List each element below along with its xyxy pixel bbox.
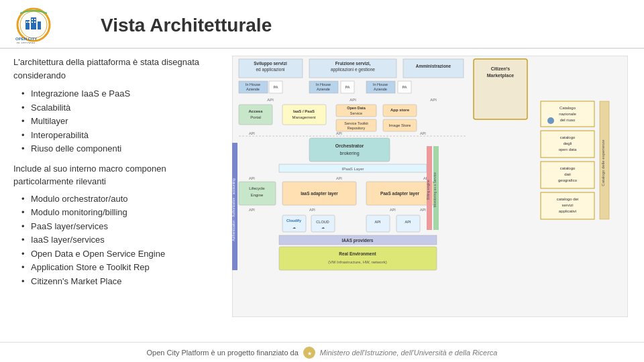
svg-text:API: API xyxy=(375,220,381,224)
svg-rect-8 xyxy=(32,19,33,20)
svg-text:servizi: servizi xyxy=(561,203,573,207)
svg-text:Aziende: Aziende xyxy=(374,87,387,91)
svg-text:API: API xyxy=(430,98,437,102)
footer: Open City Platform è un progetto finanzi… xyxy=(0,342,644,362)
svg-text:catalogo dei: catalogo dei xyxy=(557,197,578,201)
svg-text:In House: In House xyxy=(373,82,388,86)
svg-rect-83 xyxy=(309,138,390,162)
svg-text:applicazioni e gestione: applicazioni e gestione xyxy=(331,67,375,72)
svg-text:Open Data: Open Data xyxy=(347,106,366,110)
svg-text:IaaS adapter layer: IaaS adapter layer xyxy=(301,191,338,196)
svg-rect-9 xyxy=(34,19,36,20)
svg-rect-47 xyxy=(282,105,326,125)
intro-text: L'architettura della piattaforma è stata… xyxy=(13,56,221,82)
section-text: Include al suo interno macro componen pa… xyxy=(13,162,221,188)
svg-text:In House: In House xyxy=(246,82,260,86)
svg-text:IPaaS Layer: IPaaS Layer xyxy=(341,167,364,171)
svg-text:applicativi: applicativi xyxy=(559,209,576,213)
svg-rect-21 xyxy=(403,59,464,78)
svg-text:API: API xyxy=(350,98,356,102)
list-item: Open Data e Open Service Engine xyxy=(21,247,221,261)
svg-text:Cloudify: Cloudify xyxy=(286,219,302,223)
title-area: Vista Architetturale xyxy=(87,15,631,36)
svg-text:CLOUD: CLOUD xyxy=(316,220,329,224)
header: OPEN CITY PLATFORM Vista Architetturale xyxy=(0,0,644,49)
svg-text:PA: PA xyxy=(345,85,350,89)
svg-text:catalogo: catalogo xyxy=(560,135,576,139)
svg-text:API: API xyxy=(405,220,411,224)
svg-text:Service: Service xyxy=(350,111,362,115)
svg-text:brokering: brokering xyxy=(339,151,359,156)
list-item: Multilayer xyxy=(21,115,221,128)
svg-text:Lifecycle: Lifecycle xyxy=(249,186,265,190)
list-item: PaaS layer/services xyxy=(21,220,221,233)
svg-text:API: API xyxy=(390,208,396,212)
svg-text:dati: dati xyxy=(564,172,571,176)
svg-text:ed applicazioni: ed applicazioni xyxy=(256,67,284,72)
svg-rect-5 xyxy=(38,21,41,29)
svg-text:☁: ☁ xyxy=(292,225,296,229)
svg-text:Billing engine: Billing engine xyxy=(426,180,430,200)
svg-text:Marketplace: Marketplace xyxy=(487,73,515,78)
svg-text:Orchestrator: Orchestrator xyxy=(335,143,364,148)
svg-rect-114 xyxy=(279,247,437,270)
list-item: Modulo monitoring/billing xyxy=(21,206,221,219)
logo: OPEN CITY PLATFORM xyxy=(13,7,87,44)
svg-text:Amministrazione: Amministrazione xyxy=(416,64,451,68)
svg-text:IAAS providers: IAAS providers xyxy=(342,238,374,243)
svg-text:In House: In House xyxy=(316,82,331,86)
svg-text:PLATFORM: PLATFORM xyxy=(17,42,35,44)
svg-rect-10 xyxy=(32,21,33,23)
svg-text:API: API xyxy=(420,131,426,135)
svg-text:Image Store: Image Store xyxy=(389,123,411,127)
svg-text:★: ★ xyxy=(307,351,311,357)
list-item: Citizenn's Market Place xyxy=(21,275,221,288)
svg-text:API: API xyxy=(336,131,342,135)
list-item: Modulo orchestrator/auto xyxy=(21,192,221,206)
svg-text:Citizen's: Citizen's xyxy=(491,66,511,71)
svg-text:API: API xyxy=(249,131,255,135)
svg-text:API: API xyxy=(249,176,255,180)
svg-text:App store: App store xyxy=(390,108,410,112)
svg-text:Service Toolkit: Service Toolkit xyxy=(344,121,368,125)
svg-text:geografico: geografico xyxy=(558,178,578,182)
components-list: Modulo orchestrator/auto Modulo monitori… xyxy=(21,192,221,288)
svg-text:☁: ☁ xyxy=(321,225,325,229)
svg-rect-102 xyxy=(282,215,306,232)
svg-rect-44 xyxy=(239,105,272,125)
svg-text:Sviluppo servizi: Sviluppo servizi xyxy=(254,61,287,66)
svg-text:Management: Management xyxy=(292,115,315,119)
svg-text:Catalogo: Catalogo xyxy=(559,106,576,110)
svg-text:PaaS adapter layer: PaaS adapter layer xyxy=(380,191,420,196)
page-title: Vista Architetturale xyxy=(101,15,631,36)
svg-text:Real Environment: Real Environment xyxy=(339,251,376,256)
footer-text: Open City Platform è un progetto finanzi… xyxy=(147,349,299,357)
list-item: Application Store e Toolkit Rep xyxy=(21,261,221,274)
svg-text:open data: open data xyxy=(559,147,577,152)
svg-rect-11 xyxy=(34,21,36,23)
ministry-emblem: ★ xyxy=(303,346,316,359)
svg-text:Access: Access xyxy=(248,109,263,113)
list-item: Scalabilità xyxy=(21,101,221,115)
features-list: Integrazione IaaS e PaaS Scalabilità Mul… xyxy=(21,87,221,156)
svg-text:API: API xyxy=(420,208,426,212)
svg-text:Fruizione servizi,: Fruizione servizi, xyxy=(335,61,371,66)
svg-text:nazionale: nazionale xyxy=(559,112,576,116)
svg-text:degli: degli xyxy=(564,141,572,145)
svg-text:OPEN CITY: OPEN CITY xyxy=(15,37,37,41)
svg-point-64 xyxy=(547,117,554,124)
svg-text:Aziende: Aziende xyxy=(246,87,260,91)
left-column: L'architettura della piattaforma è stata… xyxy=(13,56,221,338)
ministry-name: Ministero dell'Istruzione, dell'Universi… xyxy=(320,349,498,357)
svg-text:API: API xyxy=(267,98,274,102)
svg-text:API: API xyxy=(249,208,255,212)
svg-text:Authentication - Authorization: Authentication - Authorization - account… xyxy=(232,178,235,241)
svg-text:IaaS / PaaS: IaaS / PaaS xyxy=(293,109,315,113)
svg-text:del riuso: del riuso xyxy=(560,118,576,122)
svg-rect-7 xyxy=(28,21,30,23)
list-item: IaaS layer/services xyxy=(21,233,221,247)
svg-text:PA: PA xyxy=(274,85,278,89)
main-content: L'architettura della piattaforma è stata… xyxy=(0,49,644,341)
svg-text:catalogo: catalogo xyxy=(560,166,576,170)
svg-text:Aziende: Aziende xyxy=(317,87,330,91)
